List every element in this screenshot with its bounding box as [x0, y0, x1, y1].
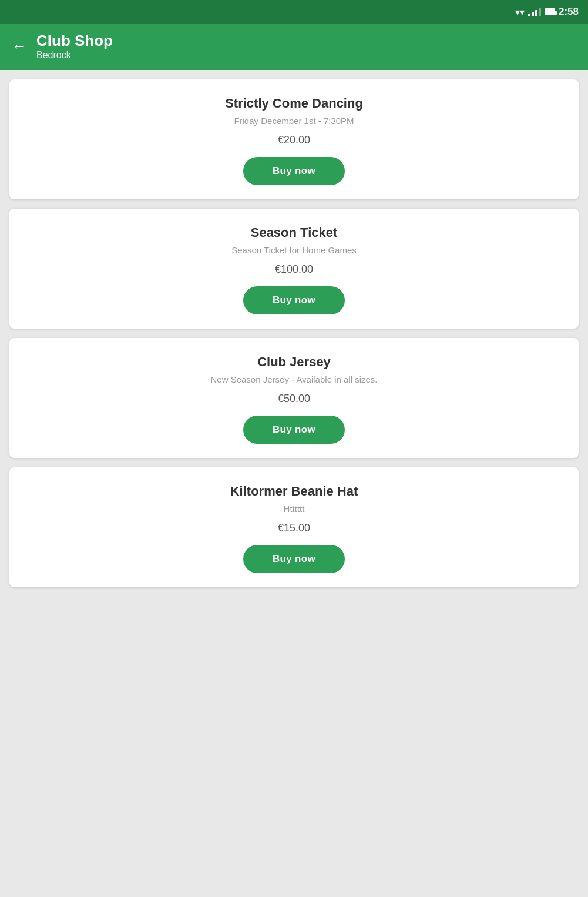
product-price-season-ticket: €100.00 — [275, 263, 313, 276]
signal-bar-4 — [539, 8, 541, 16]
header-text: Club Shop Bedrock — [36, 32, 113, 61]
product-description-season-ticket: Season Ticket for Home Games — [231, 245, 357, 255]
product-price-strictly-come-dancing: €20.00 — [278, 134, 310, 146]
main-content: Strictly Come Dancing Friday December 1s… — [0, 70, 588, 897]
header-subtitle: Bedrock — [36, 50, 113, 61]
product-card-strictly-come-dancing: Strictly Come Dancing Friday December 1s… — [9, 79, 579, 199]
back-button[interactable]: ← — [12, 37, 27, 55]
signal-bar-3 — [535, 10, 537, 16]
signal-bar-2 — [532, 12, 534, 16]
status-bar: ▾▾ 2:58 — [0, 0, 588, 24]
product-description-strictly-come-dancing: Friday December 1st - 7:30PM — [234, 116, 354, 126]
signal-bar-1 — [528, 14, 530, 16]
wifi-icon: ▾▾ — [515, 6, 525, 18]
buy-now-button-club-jersey[interactable]: Buy now — [243, 416, 345, 444]
battery-icon — [545, 8, 555, 15]
product-name-strictly-come-dancing: Strictly Come Dancing — [225, 96, 363, 111]
buy-now-button-strictly-come-dancing[interactable]: Buy now — [243, 157, 345, 185]
product-price-club-jersey: €50.00 — [278, 393, 310, 405]
header-title: Club Shop — [36, 32, 113, 50]
product-name-season-ticket: Season Ticket — [251, 225, 338, 240]
product-card-club-jersey: Club Jersey New Season Jersey - Availabl… — [9, 338, 579, 458]
buy-now-button-season-ticket[interactable]: Buy now — [243, 286, 345, 314]
buy-now-button-kiltormer-beanie-hat[interactable]: Buy now — [243, 545, 345, 573]
app-header: ← Club Shop Bedrock — [0, 24, 588, 70]
status-icons: ▾▾ 2:58 — [515, 6, 579, 18]
signal-bars-icon — [528, 7, 541, 16]
product-description-kiltormer-beanie-hat: Htttttt — [284, 504, 305, 514]
product-card-season-ticket: Season Ticket Season Ticket for Home Gam… — [9, 209, 579, 329]
status-time: 2:58 — [559, 6, 579, 18]
product-card-kiltormer-beanie-hat: Kiltormer Beanie Hat Htttttt €15.00 Buy … — [9, 467, 579, 587]
product-name-club-jersey: Club Jersey — [257, 354, 331, 370]
product-name-kiltormer-beanie-hat: Kiltormer Beanie Hat — [230, 484, 358, 499]
product-price-kiltormer-beanie-hat: €15.00 — [278, 522, 310, 534]
product-description-club-jersey: New Season Jersey - Available in all siz… — [210, 374, 377, 384]
